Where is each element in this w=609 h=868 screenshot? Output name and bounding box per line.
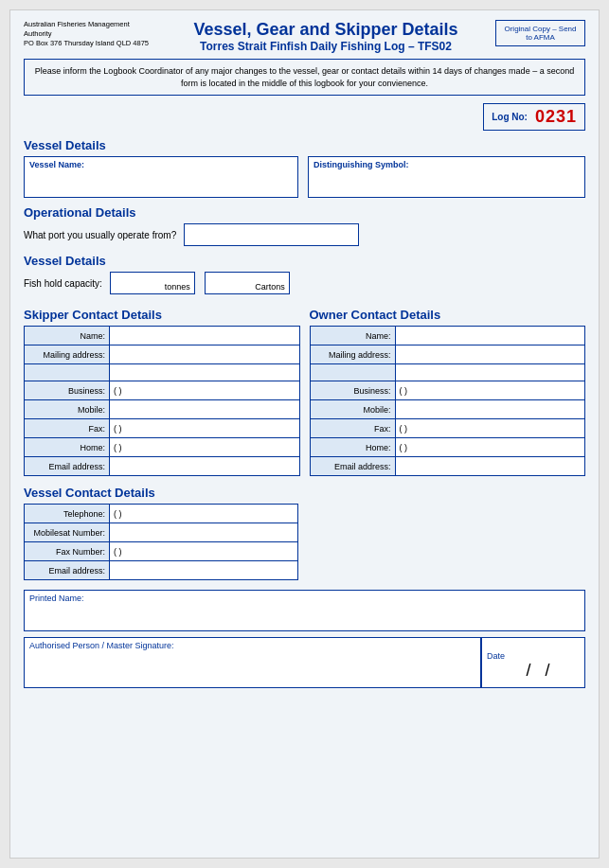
skipper-address-label: Mailing address: <box>25 345 110 364</box>
vessel-fax-label: Fax Number: <box>25 542 110 561</box>
skipper-contact: Skipper Contact Details Name: Mailing ad… <box>24 300 300 476</box>
owner-title: Owner Contact Details <box>310 308 586 322</box>
skipper-name-value[interactable] <box>110 327 300 345</box>
skipper-address-row2 <box>25 364 300 381</box>
owner-mobile-value[interactable] <box>395 400 585 419</box>
owner-home-row: Home: ( ) <box>310 438 585 457</box>
header: Australian Fisheries Management Authorit… <box>24 20 585 53</box>
owner-fax-row: Fax: ( ) <box>310 419 585 438</box>
form-page: Australian Fisheries Management Authorit… <box>9 9 600 859</box>
vessel-fax-row: Fax Number: ( ) <box>25 542 298 561</box>
vessel-mobilesat-label: Mobilesat Number: <box>25 523 110 542</box>
owner-mobile-label: Mobile: <box>310 400 395 419</box>
header-title: Vessel, Gear and Skipper Details Torres … <box>156 20 495 53</box>
owner-address-value2[interactable] <box>395 364 585 381</box>
skipper-email-value[interactable] <box>110 457 300 476</box>
owner-fax-value[interactable]: ( ) <box>395 419 585 438</box>
owner-contact: Owner Contact Details Name: Mailing addr… <box>310 300 586 476</box>
skipper-email-label: Email address: <box>25 457 110 476</box>
fish-hold-cartons-input[interactable]: Cartons <box>205 272 290 294</box>
skipper-fax-value[interactable]: ( ) <box>110 419 300 438</box>
owner-home-label: Home: <box>310 438 395 457</box>
vessel-details-row: Vessel Name: Distinguishing Symbol: <box>24 156 585 198</box>
owner-email-value[interactable] <box>395 457 585 476</box>
fish-hold-row: Fish hold capacity: tonnes Cartons <box>24 272 585 294</box>
vessel-fax-value[interactable]: ( ) <box>110 542 298 561</box>
owner-business-label: Business: <box>310 381 395 400</box>
vessel-email-row: Email address: <box>25 561 298 580</box>
skipper-fax-row: Fax: ( ) <box>25 419 300 438</box>
printed-name-box[interactable]: Printed Name: <box>24 590 585 631</box>
skipper-mobile-label: Mobile: <box>25 400 110 419</box>
vessel-contact-section: Vessel Contact Details Telephone: ( ) Mo… <box>24 486 585 580</box>
skipper-business-value[interactable]: ( ) <box>110 381 300 400</box>
skipper-address-row: Mailing address: <box>25 345 300 364</box>
owner-address-row: Mailing address: <box>310 345 585 364</box>
vessel-contact-table: Telephone: ( ) Mobilesat Number: Fax Num… <box>24 504 298 580</box>
vessel-telephone-value[interactable]: ( ) <box>110 505 298 523</box>
owner-address-label2 <box>310 364 395 381</box>
log-no-row: Log No: 0231 <box>24 103 585 131</box>
date-box[interactable]: Date / / <box>481 637 585 688</box>
vessel-name-box[interactable]: Vessel Name: <box>24 156 298 198</box>
signature-row: Authorised Person / Master Signature: Da… <box>24 637 585 688</box>
skipper-mobile-row: Mobile: <box>25 400 300 419</box>
skipper-home-row: Home: ( ) <box>25 438 300 457</box>
skipper-fax-label: Fax: <box>25 419 110 438</box>
vessel-details-title: Vessel Details <box>24 138 585 152</box>
skipper-address-label2 <box>25 364 110 381</box>
owner-table: Name: Mailing address: Business: ( ) Mob… <box>310 326 586 476</box>
vessel-email-value[interactable] <box>110 561 298 580</box>
vessel-details2-title: Vessel Details <box>24 254 585 268</box>
owner-name-label: Name: <box>310 327 395 345</box>
vessel-contact-title: Vessel Contact Details <box>24 486 585 500</box>
owner-address-row2 <box>310 364 585 381</box>
owner-business-value[interactable]: ( ) <box>395 381 585 400</box>
owner-address-label: Mailing address: <box>310 345 395 364</box>
owner-home-value[interactable]: ( ) <box>395 438 585 457</box>
notice-box: Please inform the Logbook Coordinator of… <box>24 59 585 96</box>
owner-name-row: Name: <box>310 327 585 345</box>
skipper-email-row: Email address: <box>25 457 300 476</box>
contact-section: Skipper Contact Details Name: Mailing ad… <box>24 300 585 476</box>
skipper-mobile-value[interactable] <box>110 400 300 419</box>
vessel-mobilesat-row: Mobilesat Number: <box>25 523 298 542</box>
skipper-address-value2[interactable] <box>110 364 300 381</box>
logo-text: Australian Fisheries Management Authorit… <box>24 20 156 47</box>
dist-symbol-box[interactable]: Distinguishing Symbol: <box>308 156 585 198</box>
owner-name-value[interactable] <box>395 327 585 345</box>
copy-label: Original Copy – Send to AFMA <box>495 20 585 46</box>
skipper-name-row: Name: <box>25 327 300 345</box>
owner-fax-label: Fax: <box>310 419 395 438</box>
skipper-name-label: Name: <box>25 327 110 345</box>
log-no-box: Log No: 0231 <box>483 103 585 131</box>
owner-mobile-row: Mobile: <box>310 400 585 419</box>
vessel-details2: Vessel Details Fish hold capacity: tonne… <box>24 254 585 294</box>
op-details-title: Operational Details <box>24 205 585 220</box>
signature-box[interactable]: Authorised Person / Master Signature: <box>24 637 481 688</box>
owner-email-row: Email address: <box>310 457 585 476</box>
skipper-title: Skipper Contact Details <box>24 308 300 322</box>
op-details-row: What port you usually operate from? <box>24 223 585 246</box>
skipper-business-row: Business: ( ) <box>25 381 300 400</box>
fish-hold-tonnes-input[interactable]: tonnes <box>110 272 195 294</box>
vessel-telephone-label: Telephone: <box>25 505 110 523</box>
owner-address-value[interactable] <box>395 345 585 364</box>
skipper-home-value[interactable]: ( ) <box>110 438 300 457</box>
vessel-email-label: Email address: <box>25 561 110 580</box>
skipper-address-value[interactable] <box>110 345 300 364</box>
op-port-input[interactable] <box>184 223 359 246</box>
owner-email-label: Email address: <box>310 457 395 476</box>
skipper-business-label: Business: <box>25 381 110 400</box>
skipper-table: Name: Mailing address: Business: ( ) Mob… <box>24 326 300 476</box>
owner-business-row: Business: ( ) <box>310 381 585 400</box>
skipper-home-label: Home: <box>25 438 110 457</box>
vessel-telephone-row: Telephone: ( ) <box>25 505 298 523</box>
vessel-mobilesat-value[interactable] <box>110 523 298 542</box>
